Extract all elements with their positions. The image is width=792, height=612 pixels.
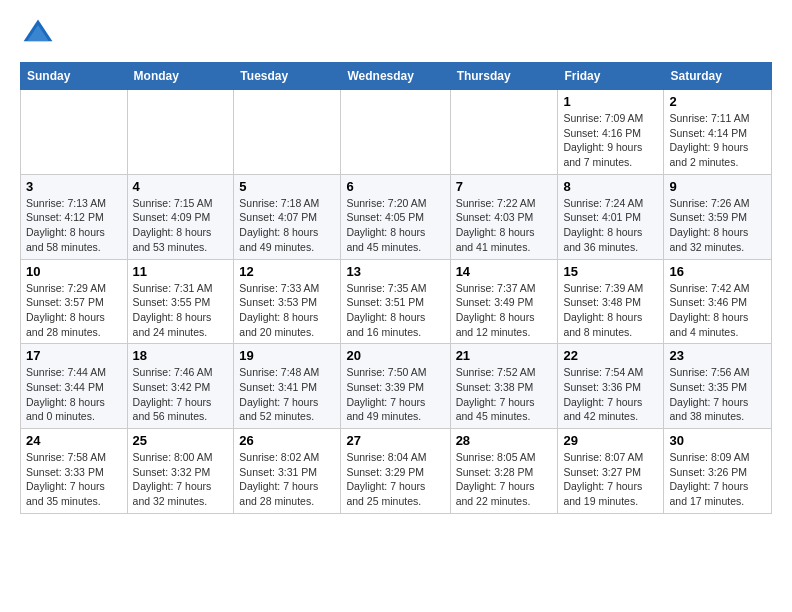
calendar-cell: 9Sunrise: 7:26 AM Sunset: 3:59 PM Daylig…: [664, 174, 772, 259]
calendar-cell: 21Sunrise: 7:52 AM Sunset: 3:38 PM Dayli…: [450, 344, 558, 429]
calendar-cell: 25Sunrise: 8:00 AM Sunset: 3:32 PM Dayli…: [127, 429, 234, 514]
day-info: Sunrise: 7:15 AM Sunset: 4:09 PM Dayligh…: [133, 196, 229, 255]
day-number: 30: [669, 433, 766, 448]
day-info: Sunrise: 7:39 AM Sunset: 3:48 PM Dayligh…: [563, 281, 658, 340]
calendar-cell: 18Sunrise: 7:46 AM Sunset: 3:42 PM Dayli…: [127, 344, 234, 429]
calendar-cell: 29Sunrise: 8:07 AM Sunset: 3:27 PM Dayli…: [558, 429, 664, 514]
calendar-week-5: 24Sunrise: 7:58 AM Sunset: 3:33 PM Dayli…: [21, 429, 772, 514]
day-info: Sunrise: 7:09 AM Sunset: 4:16 PM Dayligh…: [563, 111, 658, 170]
calendar-cell: 24Sunrise: 7:58 AM Sunset: 3:33 PM Dayli…: [21, 429, 128, 514]
weekday-header-saturday: Saturday: [664, 63, 772, 90]
calendar-week-3: 10Sunrise: 7:29 AM Sunset: 3:57 PM Dayli…: [21, 259, 772, 344]
calendar-cell: 28Sunrise: 8:05 AM Sunset: 3:28 PM Dayli…: [450, 429, 558, 514]
day-info: Sunrise: 8:00 AM Sunset: 3:32 PM Dayligh…: [133, 450, 229, 509]
day-info: Sunrise: 7:33 AM Sunset: 3:53 PM Dayligh…: [239, 281, 335, 340]
calendar-cell: 3Sunrise: 7:13 AM Sunset: 4:12 PM Daylig…: [21, 174, 128, 259]
day-info: Sunrise: 8:05 AM Sunset: 3:28 PM Dayligh…: [456, 450, 553, 509]
day-number: 8: [563, 179, 658, 194]
day-number: 2: [669, 94, 766, 109]
day-info: Sunrise: 7:48 AM Sunset: 3:41 PM Dayligh…: [239, 365, 335, 424]
calendar-cell: 12Sunrise: 7:33 AM Sunset: 3:53 PM Dayli…: [234, 259, 341, 344]
day-number: 17: [26, 348, 122, 363]
day-number: 11: [133, 264, 229, 279]
day-info: Sunrise: 7:52 AM Sunset: 3:38 PM Dayligh…: [456, 365, 553, 424]
calendar-cell: 19Sunrise: 7:48 AM Sunset: 3:41 PM Dayli…: [234, 344, 341, 429]
page: SundayMondayTuesdayWednesdayThursdayFrid…: [0, 0, 792, 530]
calendar-cell: 5Sunrise: 7:18 AM Sunset: 4:07 PM Daylig…: [234, 174, 341, 259]
day-info: Sunrise: 7:18 AM Sunset: 4:07 PM Dayligh…: [239, 196, 335, 255]
calendar-cell: 27Sunrise: 8:04 AM Sunset: 3:29 PM Dayli…: [341, 429, 450, 514]
calendar-header-row: SundayMondayTuesdayWednesdayThursdayFrid…: [21, 63, 772, 90]
day-info: Sunrise: 8:04 AM Sunset: 3:29 PM Dayligh…: [346, 450, 444, 509]
day-number: 26: [239, 433, 335, 448]
calendar-cell: 22Sunrise: 7:54 AM Sunset: 3:36 PM Dayli…: [558, 344, 664, 429]
calendar-cell: 11Sunrise: 7:31 AM Sunset: 3:55 PM Dayli…: [127, 259, 234, 344]
weekday-header-friday: Friday: [558, 63, 664, 90]
calendar-cell: 16Sunrise: 7:42 AM Sunset: 3:46 PM Dayli…: [664, 259, 772, 344]
day-info: Sunrise: 7:44 AM Sunset: 3:44 PM Dayligh…: [26, 365, 122, 424]
day-number: 12: [239, 264, 335, 279]
day-number: 7: [456, 179, 553, 194]
calendar-cell: 2Sunrise: 7:11 AM Sunset: 4:14 PM Daylig…: [664, 90, 772, 175]
calendar-cell: 23Sunrise: 7:56 AM Sunset: 3:35 PM Dayli…: [664, 344, 772, 429]
day-number: 14: [456, 264, 553, 279]
calendar-cell: [450, 90, 558, 175]
day-number: 1: [563, 94, 658, 109]
day-info: Sunrise: 7:29 AM Sunset: 3:57 PM Dayligh…: [26, 281, 122, 340]
day-info: Sunrise: 7:22 AM Sunset: 4:03 PM Dayligh…: [456, 196, 553, 255]
day-info: Sunrise: 7:54 AM Sunset: 3:36 PM Dayligh…: [563, 365, 658, 424]
day-info: Sunrise: 7:31 AM Sunset: 3:55 PM Dayligh…: [133, 281, 229, 340]
day-info: Sunrise: 8:07 AM Sunset: 3:27 PM Dayligh…: [563, 450, 658, 509]
day-info: Sunrise: 7:56 AM Sunset: 3:35 PM Dayligh…: [669, 365, 766, 424]
calendar-cell: 8Sunrise: 7:24 AM Sunset: 4:01 PM Daylig…: [558, 174, 664, 259]
day-info: Sunrise: 7:35 AM Sunset: 3:51 PM Dayligh…: [346, 281, 444, 340]
day-info: Sunrise: 7:42 AM Sunset: 3:46 PM Dayligh…: [669, 281, 766, 340]
day-number: 18: [133, 348, 229, 363]
day-number: 20: [346, 348, 444, 363]
day-info: Sunrise: 7:46 AM Sunset: 3:42 PM Dayligh…: [133, 365, 229, 424]
day-number: 22: [563, 348, 658, 363]
calendar-cell: 14Sunrise: 7:37 AM Sunset: 3:49 PM Dayli…: [450, 259, 558, 344]
calendar-cell: 4Sunrise: 7:15 AM Sunset: 4:09 PM Daylig…: [127, 174, 234, 259]
calendar-cell: 1Sunrise: 7:09 AM Sunset: 4:16 PM Daylig…: [558, 90, 664, 175]
day-info: Sunrise: 7:20 AM Sunset: 4:05 PM Dayligh…: [346, 196, 444, 255]
weekday-header-thursday: Thursday: [450, 63, 558, 90]
weekday-header-wednesday: Wednesday: [341, 63, 450, 90]
day-info: Sunrise: 7:50 AM Sunset: 3:39 PM Dayligh…: [346, 365, 444, 424]
calendar-cell: 15Sunrise: 7:39 AM Sunset: 3:48 PM Dayli…: [558, 259, 664, 344]
day-info: Sunrise: 8:09 AM Sunset: 3:26 PM Dayligh…: [669, 450, 766, 509]
calendar-week-2: 3Sunrise: 7:13 AM Sunset: 4:12 PM Daylig…: [21, 174, 772, 259]
weekday-header-tuesday: Tuesday: [234, 63, 341, 90]
calendar-cell: 26Sunrise: 8:02 AM Sunset: 3:31 PM Dayli…: [234, 429, 341, 514]
day-number: 25: [133, 433, 229, 448]
header: [20, 16, 772, 52]
day-info: Sunrise: 8:02 AM Sunset: 3:31 PM Dayligh…: [239, 450, 335, 509]
day-number: 21: [456, 348, 553, 363]
calendar-cell: [21, 90, 128, 175]
day-number: 23: [669, 348, 766, 363]
day-number: 9: [669, 179, 766, 194]
logo: [20, 16, 60, 52]
calendar-cell: 17Sunrise: 7:44 AM Sunset: 3:44 PM Dayli…: [21, 344, 128, 429]
day-number: 10: [26, 264, 122, 279]
calendar-week-1: 1Sunrise: 7:09 AM Sunset: 4:16 PM Daylig…: [21, 90, 772, 175]
weekday-header-monday: Monday: [127, 63, 234, 90]
day-info: Sunrise: 7:26 AM Sunset: 3:59 PM Dayligh…: [669, 196, 766, 255]
calendar-cell: [341, 90, 450, 175]
day-number: 29: [563, 433, 658, 448]
calendar-cell: 10Sunrise: 7:29 AM Sunset: 3:57 PM Dayli…: [21, 259, 128, 344]
calendar-cell: [234, 90, 341, 175]
generalblue-logo-icon: [20, 16, 56, 52]
day-number: 27: [346, 433, 444, 448]
day-number: 28: [456, 433, 553, 448]
weekday-header-sunday: Sunday: [21, 63, 128, 90]
day-number: 19: [239, 348, 335, 363]
day-info: Sunrise: 7:37 AM Sunset: 3:49 PM Dayligh…: [456, 281, 553, 340]
day-info: Sunrise: 7:24 AM Sunset: 4:01 PM Dayligh…: [563, 196, 658, 255]
day-number: 6: [346, 179, 444, 194]
day-number: 4: [133, 179, 229, 194]
day-info: Sunrise: 7:11 AM Sunset: 4:14 PM Dayligh…: [669, 111, 766, 170]
calendar-cell: 7Sunrise: 7:22 AM Sunset: 4:03 PM Daylig…: [450, 174, 558, 259]
calendar-cell: 13Sunrise: 7:35 AM Sunset: 3:51 PM Dayli…: [341, 259, 450, 344]
day-number: 3: [26, 179, 122, 194]
